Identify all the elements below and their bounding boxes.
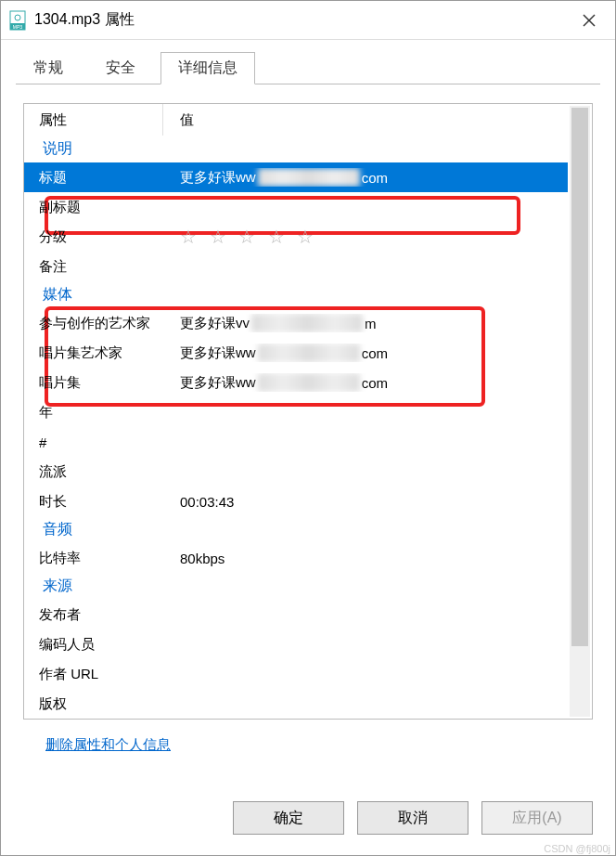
tab-strip: 常规 安全 详细信息	[1, 40, 615, 84]
dialog-buttons: 确定 取消 应用(A)	[1, 783, 615, 855]
censored-segment	[258, 168, 360, 187]
label-album-artist: 唱片集艺术家	[24, 344, 163, 362]
row-genre[interactable]: 流派	[24, 457, 568, 486]
label-bitrate: 比特率	[24, 550, 163, 567]
properties-window: MP3 1304.mp3 属性 常规 安全 详细信息 属性 值 说明 标题	[0, 0, 616, 856]
details-content: 属性 值 说明 标题 更多好课wwcom 副标题 分级 ☆ ☆ ☆ ☆ ☆	[1, 84, 615, 783]
row-copyright[interactable]: 版权	[24, 689, 568, 719]
row-rating[interactable]: 分级 ☆ ☆ ☆ ☆ ☆	[24, 222, 568, 252]
group-description: 说明	[24, 136, 568, 162]
tab-security[interactable]: 安全	[88, 52, 153, 84]
label-subtitle: 副标题	[24, 199, 163, 216]
label-contributing-artists: 参与创作的艺术家	[24, 315, 163, 332]
label-encoded-by: 编码人员	[24, 636, 163, 654]
row-subtitle[interactable]: 副标题	[24, 192, 568, 222]
header-property[interactable]: 属性	[24, 104, 163, 136]
header-value[interactable]: 值	[163, 111, 568, 129]
column-headers: 属性 值	[24, 104, 568, 136]
label-rating: 分级	[24, 228, 163, 246]
value-rating: ☆ ☆ ☆ ☆ ☆	[163, 226, 568, 248]
value-title: 更多好课wwcom	[163, 168, 568, 187]
ok-button[interactable]: 确定	[233, 801, 344, 835]
label-year: 年	[24, 404, 163, 422]
remove-properties-link[interactable]: 删除属性和个人信息	[45, 736, 593, 754]
rating-stars-icon[interactable]: ☆ ☆ ☆ ☆ ☆	[180, 226, 317, 248]
close-button[interactable]	[571, 2, 608, 39]
group-audio: 音频	[24, 516, 568, 543]
label-copyright: 版权	[24, 695, 163, 713]
window-title: 1304.mp3 属性	[34, 10, 571, 30]
row-title[interactable]: 标题 更多好课wwcom	[24, 162, 568, 192]
row-year[interactable]: 年	[24, 397, 568, 427]
tab-details[interactable]: 详细信息	[160, 52, 255, 84]
label-track-number: #	[24, 434, 163, 450]
group-origin: 来源	[24, 573, 568, 600]
label-publisher: 发布者	[24, 606, 163, 624]
close-icon	[583, 14, 596, 27]
censored-segment	[258, 344, 360, 362]
cancel-button[interactable]: 取消	[357, 801, 468, 835]
row-author-url[interactable]: 作者 URL	[24, 659, 568, 689]
row-publisher[interactable]: 发布者	[24, 600, 568, 629]
row-encoded-by[interactable]: 编码人员	[24, 629, 568, 659]
group-media: 媒体	[24, 281, 568, 308]
file-mp3-icon: MP3	[8, 9, 27, 32]
row-comments[interactable]: 备注	[24, 252, 568, 281]
svg-text:MP3: MP3	[13, 24, 23, 30]
row-track-number[interactable]: #	[24, 427, 568, 457]
value-contributing-artists: 更多好课vvm	[163, 314, 568, 332]
titlebar: MP3 1304.mp3 属性	[1, 1, 615, 40]
row-length[interactable]: 时长 00:03:43	[24, 486, 568, 516]
label-album: 唱片集	[24, 374, 163, 392]
label-length: 时长	[24, 493, 163, 511]
label-genre: 流派	[24, 463, 163, 481]
tab-general[interactable]: 常规	[16, 52, 81, 84]
row-contributing-artists[interactable]: 参与创作的艺术家 更多好课vvm	[24, 308, 568, 338]
value-bitrate: 80kbps	[163, 551, 568, 566]
value-album-artist: 更多好课wwcom	[163, 344, 568, 362]
row-album-artist[interactable]: 唱片集艺术家 更多好课wwcom	[24, 338, 568, 368]
censored-segment	[258, 373, 360, 392]
vertical-scrollbar[interactable]	[570, 106, 590, 717]
value-length: 00:03:43	[163, 494, 568, 510]
scrollbar-thumb[interactable]	[571, 108, 588, 646]
value-album: 更多好课wwcom	[163, 373, 568, 392]
row-album[interactable]: 唱片集 更多好课wwcom	[24, 368, 568, 397]
censored-segment	[251, 314, 363, 332]
row-bitrate[interactable]: 比特率 80kbps	[24, 543, 568, 573]
label-author-url: 作者 URL	[24, 666, 163, 683]
label-comments: 备注	[24, 258, 163, 276]
watermark-text: CSDN @fj800j	[544, 843, 610, 854]
property-list: 属性 值 说明 标题 更多好课wwcom 副标题 分级 ☆ ☆ ☆ ☆ ☆	[23, 103, 593, 720]
label-title: 标题	[24, 169, 163, 187]
apply-button[interactable]: 应用(A)	[481, 801, 593, 835]
